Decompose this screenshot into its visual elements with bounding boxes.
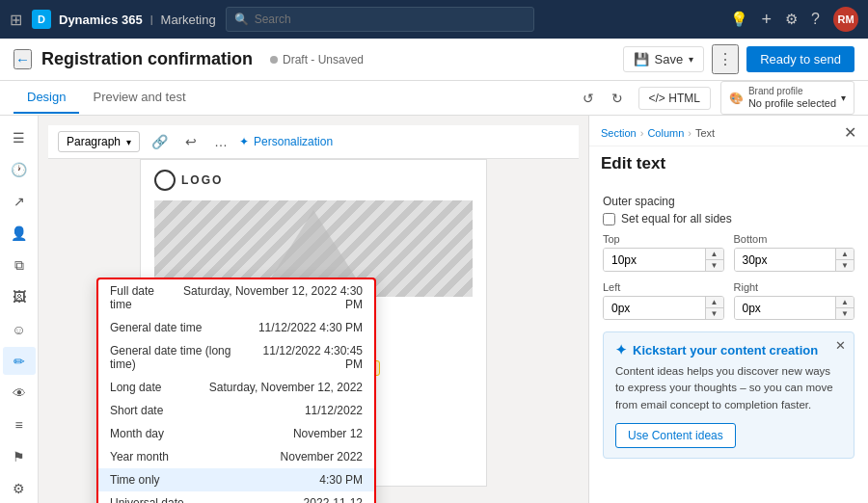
breadcrumb-sep-2: › — [688, 127, 692, 139]
datetime-row[interactable]: Long dateSaturday, November 12, 2022 — [98, 376, 374, 399]
right-panel: Section › Column › Text ✕ Edit text Oute… — [588, 116, 868, 503]
lightbulb-icon[interactable]: 💡 — [730, 11, 748, 28]
bottom-spacing-field: Bottom ▲ ▼ — [734, 233, 855, 272]
grid-menu-icon[interactable]: ⊞ — [10, 11, 22, 29]
personalization-icon: ✦ — [239, 135, 249, 148]
sidebar-icon-smiley[interactable]: ☺ — [3, 315, 36, 343]
save-button[interactable]: 💾 Save ▾ — [623, 46, 705, 72]
link-button[interactable]: 🔗 — [146, 131, 174, 152]
datetime-row[interactable]: Short date11/12/2022 — [98, 399, 374, 422]
paragraph-chevron: ▾ — [126, 137, 131, 147]
personalization-button[interactable]: ✦ Personalization — [239, 135, 333, 148]
page-header-bar: ← Registration confirmation Draft - Unsa… — [0, 39, 868, 81]
sidebar-icon-tag[interactable]: ⚑ — [3, 443, 36, 471]
panel-header: Edit text — [589, 146, 868, 177]
kickstart-title-text: Kickstart your content creation — [633, 343, 818, 357]
brand-profile-selector[interactable]: 🎨 Brand profile No profile selected ▾ — [720, 81, 854, 115]
save-icon: 💾 — [634, 52, 649, 66]
brand-profile-icon: 🎨 — [729, 92, 744, 105]
kickstart-icon: ✦ — [615, 342, 627, 357]
left-spacing-input-wrap: ▲ ▼ — [603, 296, 724, 320]
top-spacing-arrows: ▲ ▼ — [705, 249, 723, 271]
settings-icon[interactable]: ⚙ — [785, 11, 798, 28]
back-toolbar-button[interactable]: ↩ — [179, 131, 203, 152]
left-spacing-up[interactable]: ▲ — [706, 297, 723, 308]
datetime-row[interactable]: Year monthNovember 2022 — [98, 445, 374, 468]
brand-logo: D Dynamics 365 | Marketing — [32, 10, 216, 29]
top-spacing-label: Top — [603, 233, 724, 245]
module-name: Marketing — [161, 13, 216, 27]
spacing-grid: Top ▲ ▼ Bottom ▲ ▼ — [603, 233, 854, 320]
datetime-row[interactable]: General date time11/12/2022 4:30 PM — [98, 316, 374, 339]
datetime-row[interactable]: Universal date2022-11-12 — [98, 491, 374, 503]
html-label: HTML — [668, 92, 700, 105]
panel-close-button[interactable]: ✕ — [844, 123, 856, 142]
sidebar-icon-image[interactable]: 🖼 — [3, 283, 36, 311]
sidebar-icon-settings[interactable]: ⚙ — [3, 475, 36, 503]
redo-button[interactable]: ↻ — [606, 88, 629, 109]
kickstart-close-button[interactable]: ✕ — [835, 338, 846, 353]
top-navigation: ⊞ D Dynamics 365 | Marketing 🔍 💡 + ⚙ ? R… — [0, 0, 868, 39]
breadcrumb-section[interactable]: Section — [601, 127, 637, 139]
right-spacing-input-wrap: ▲ ▼ — [734, 296, 855, 320]
sidebar-icon-person[interactable]: 👤 — [3, 220, 36, 248]
user-avatar[interactable]: RM — [833, 7, 858, 32]
equal-sides-checkbox[interactable] — [603, 213, 615, 225]
tab-design[interactable]: Design — [14, 82, 79, 114]
right-spacing-down[interactable]: ▼ — [836, 308, 854, 319]
top-spacing-down[interactable]: ▼ — [706, 260, 723, 271]
left-spacing-input[interactable] — [604, 297, 705, 319]
html-button[interactable]: </> HTML — [638, 87, 711, 110]
html-icon: </> — [649, 92, 665, 105]
use-content-ideas-button[interactable]: Use Content ideas — [615, 423, 736, 448]
sidebar-icon-cursor[interactable]: ↗ — [3, 187, 36, 215]
plus-icon[interactable]: + — [762, 10, 773, 30]
top-spacing-input[interactable] — [604, 249, 705, 271]
left-spacing-down[interactable]: ▼ — [706, 308, 723, 319]
datetime-row[interactable]: Month dayNovember 12 — [98, 422, 374, 445]
save-label: Save — [655, 52, 684, 66]
search-icon: 🔍 — [234, 13, 249, 26]
paragraph-selector[interactable]: Paragraph ▾ — [58, 131, 140, 152]
draft-label: Draft - Unsaved — [283, 53, 364, 66]
tab-preview[interactable]: Preview and test — [79, 82, 199, 114]
sidebar-icon-clock[interactable]: 🕐 — [3, 155, 36, 183]
more-toolbar-button[interactable]: … — [208, 131, 233, 152]
header-actions: 💾 Save ▾ ⋮ Ready to send — [623, 44, 854, 74]
bottom-spacing-input[interactable] — [735, 249, 836, 271]
sidebar-icon-preview[interactable]: 👁 — [3, 379, 36, 407]
personalization-label: Personalization — [254, 135, 333, 148]
bottom-spacing-input-wrap: ▲ ▼ — [734, 248, 855, 272]
bottom-spacing-label: Bottom — [734, 233, 855, 245]
datetime-row[interactable]: Full date timeSaturday, November 12, 202… — [98, 279, 374, 316]
canvas-area: Paragraph ▾ 🔗 ↩ … ✦ Personalization LOGO… — [39, 116, 588, 503]
left-spacing-arrows: ▲ ▼ — [705, 297, 723, 319]
help-icon[interactable]: ? — [811, 11, 820, 28]
datetime-row[interactable]: Time only4:30 PM — [98, 468, 374, 491]
page-title: Registration confirmation — [41, 49, 253, 69]
right-spacing-input[interactable] — [735, 297, 836, 319]
bottom-spacing-up[interactable]: ▲ — [836, 249, 854, 260]
top-spacing-up[interactable]: ▲ — [706, 249, 723, 260]
breadcrumb-column[interactable]: Column — [647, 127, 684, 139]
brand-name: Dynamics 365 — [59, 13, 143, 27]
right-spacing-up[interactable]: ▲ — [836, 297, 854, 308]
search-input[interactable] — [255, 13, 526, 26]
kickstart-description: Content ideas helps you discover new way… — [615, 363, 842, 413]
datetime-rows: Full date timeSaturday, November 12, 202… — [98, 279, 374, 503]
more-options-button[interactable]: ⋮ — [712, 44, 739, 74]
search-bar[interactable]: 🔍 — [226, 7, 534, 32]
bottom-spacing-down[interactable]: ▼ — [836, 260, 854, 271]
sidebar-icon-list[interactable]: ≡ — [3, 411, 36, 439]
undo-button[interactable]: ↺ — [577, 88, 600, 109]
kickstart-box: ✕ ✦ Kickstart your content creation Cont… — [603, 331, 854, 459]
sidebar-icon-edit[interactable]: ✏ — [3, 347, 36, 375]
back-button[interactable]: ← — [14, 49, 32, 69]
panel-title: Edit text — [601, 154, 665, 173]
ready-to-send-button[interactable]: Ready to send — [746, 46, 854, 72]
sidebar-icon-menu[interactable]: ☰ — [3, 123, 36, 151]
main-content: ☰ 🕐 ↗ 👤 ⧉ 🖼 ☺ ✏ 👁 ≡ ⚑ ⚙ Paragraph ▾ 🔗 ↩ … — [0, 116, 868, 503]
right-spacing-arrows: ▲ ▼ — [835, 297, 854, 319]
sidebar-icon-layers[interactable]: ⧉ — [3, 252, 36, 279]
datetime-row[interactable]: General date time (long time)11/12/2022 … — [98, 339, 374, 376]
